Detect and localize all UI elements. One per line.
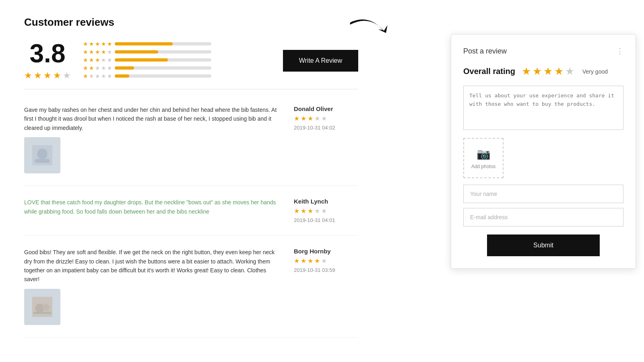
rating-row-4: ★★★★★ bbox=[83, 49, 211, 55]
reviewer-name: Keith Lynch bbox=[294, 198, 358, 205]
summary-stars: ★ ★ ★ ★ ★ bbox=[24, 70, 71, 81]
review-item: LOVE that these catch food my daughter d… bbox=[24, 198, 358, 236]
star-3[interactable]: ★ bbox=[543, 65, 553, 78]
review-text-col: Good bibs! They are soft and flexible. I… bbox=[24, 248, 278, 325]
review-image-3 bbox=[24, 289, 60, 325]
review-date: 2019-10-31 03:59 bbox=[294, 267, 358, 273]
review-date: 2019-10-31 04:02 bbox=[294, 125, 358, 131]
rating-row-5: ★★★★★ bbox=[83, 41, 211, 47]
star-5[interactable]: ★ bbox=[565, 65, 574, 78]
panel-header: Post a review ⋮ bbox=[463, 47, 623, 56]
rating-text-label: Very good bbox=[582, 68, 608, 75]
review-meta-3: Borg Hornby ★★★★★ 2019-10-31 03:59 bbox=[294, 248, 358, 325]
reviewer-name: Donald Oliver bbox=[294, 105, 358, 112]
rating-row-3: ★★★★★ bbox=[83, 57, 211, 63]
reviews-list: Gave my baby rashes on her chest and und… bbox=[24, 105, 358, 337]
svg-point-1 bbox=[37, 148, 47, 160]
reviewer-stars: ★★★★★ bbox=[294, 115, 358, 122]
reviewer-stars: ★★★★★ bbox=[294, 207, 358, 215]
overall-rating-row: Overall rating ★ ★ ★ ★ ★ Very good bbox=[463, 65, 623, 78]
star-4[interactable]: ★ bbox=[554, 65, 564, 78]
email-input[interactable] bbox=[463, 208, 623, 226]
panel-stars[interactable]: ★ ★ ★ ★ ★ bbox=[522, 65, 574, 78]
add-photos-label: Add photos bbox=[471, 164, 496, 169]
camera-icon: 📷 bbox=[477, 147, 491, 160]
review-text: Gave my baby rashes on her chest and und… bbox=[24, 105, 278, 132]
review-text: LOVE that these catch food my daughter d… bbox=[24, 198, 278, 216]
overall-rating-label: Overall rating bbox=[463, 67, 515, 76]
svg-rect-2 bbox=[35, 159, 50, 163]
review-item: Good bibs! They are soft and flexible. I… bbox=[24, 248, 358, 337]
review-text-col: LOVE that these catch food my daughter d… bbox=[24, 198, 278, 223]
review-image-1 bbox=[24, 137, 60, 173]
star-1[interactable]: ★ bbox=[522, 65, 531, 78]
name-input[interactable] bbox=[463, 185, 623, 203]
submit-button[interactable]: Submit bbox=[487, 234, 600, 256]
page-title: Customer reviews bbox=[24, 16, 358, 29]
post-review-panel: Post a review ⋮ Overall rating ★ ★ ★ ★ ★… bbox=[451, 34, 636, 269]
review-item: Gave my baby rashes on her chest and und… bbox=[24, 105, 358, 186]
review-meta-2: Keith Lynch ★★★★★ 2019-10-31 04:01 bbox=[294, 198, 358, 223]
rating-row-2: ★★★★★ bbox=[83, 65, 211, 71]
add-photos-button[interactable]: 📷 Add photos bbox=[463, 138, 504, 178]
overall-score: 3.8 bbox=[30, 41, 66, 66]
panel-title: Post a review bbox=[463, 47, 507, 56]
review-date: 2019-10-31 04:01 bbox=[294, 217, 358, 223]
rating-row-1: ★★★★★ bbox=[83, 73, 211, 79]
reviewer-name: Borg Hornby bbox=[294, 248, 358, 255]
review-text: Good bibs! They are soft and flexible. I… bbox=[24, 248, 278, 284]
review-text-col: Gave my baby rashes on her chest and und… bbox=[24, 105, 278, 173]
star-2[interactable]: ★ bbox=[533, 65, 542, 78]
panel-options-icon[interactable]: ⋮ bbox=[616, 47, 623, 56]
reviewer-stars: ★★★★★ bbox=[294, 257, 358, 265]
write-review-button[interactable]: Write A Review bbox=[283, 50, 358, 72]
review-textarea[interactable] bbox=[463, 86, 623, 130]
review-meta-1: Donald Oliver ★★★★★ 2019-10-31 04:02 bbox=[294, 105, 358, 173]
svg-point-5 bbox=[43, 304, 50, 311]
rating-bars: ★★★★★ ★★★★★ ★★★★★ bbox=[83, 41, 211, 79]
svg-rect-6 bbox=[33, 312, 51, 314]
